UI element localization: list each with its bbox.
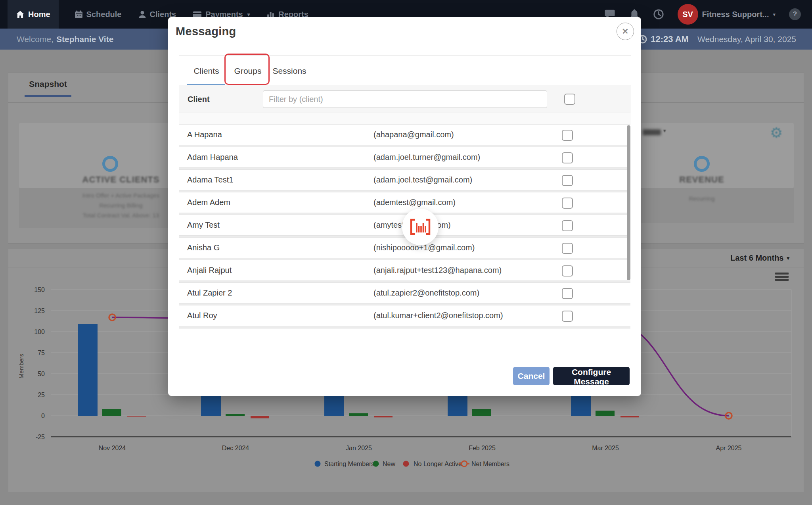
modal-title: Messaging <box>176 25 236 38</box>
chevron-down-icon: ▾ <box>247 12 250 17</box>
snapshot-tab-underline <box>25 95 71 97</box>
chevron-down-icon: ▾ <box>663 128 666 134</box>
client-checkbox[interactable] <box>562 288 573 299</box>
tab-sessions[interactable]: Sessions <box>270 56 309 86</box>
svg-text:Net Members: Net Members <box>471 461 509 467</box>
svg-text:Mar 2025: Mar 2025 <box>592 445 619 451</box>
client-row[interactable]: Atul Roy(atul.kumar+client2@onefitstop.c… <box>179 305 630 326</box>
svg-text:75: 75 <box>38 349 45 356</box>
client-email: (atul.zapier2@onefitstop.com) <box>373 283 479 303</box>
client-row[interactable]: Adem Adem(ademtest@gmail.com) <box>179 192 630 213</box>
calendar-icon <box>75 10 83 19</box>
client-filter-row: Client <box>179 85 630 113</box>
svg-text:125: 125 <box>34 307 45 314</box>
client-name: Adama Test1 <box>187 170 233 190</box>
account-name: Fitness Support... <box>702 10 769 19</box>
divider <box>168 47 641 47</box>
svg-text:New: New <box>383 461 395 467</box>
client-name: Anisha G <box>187 238 220 258</box>
chevron-down-icon: ▾ <box>787 255 789 261</box>
svg-text:Feb 2025: Feb 2025 <box>469 445 496 451</box>
clock-icon[interactable] <box>653 9 664 20</box>
tab-groups[interactable]: Groups <box>230 56 266 86</box>
brand-barcode-icon <box>409 218 431 236</box>
chevron-down-icon: ▾ <box>773 12 776 17</box>
svg-text:150: 150 <box>34 286 45 293</box>
greeting-text: Welcome, <box>17 35 54 44</box>
svg-text:Members: Members <box>18 354 25 379</box>
svg-text:25: 25 <box>38 392 45 398</box>
messaging-modal: Messaging ✕ Clients Groups Sessions Clie… <box>168 17 641 396</box>
client-email: (ahapana@gmail.com) <box>373 125 454 145</box>
revenue-title: REVENUE <box>626 175 777 185</box>
client-filter-label: Client <box>188 85 210 113</box>
client-row[interactable]: Adam Hapana(adam.joel.turner@gmail.com) <box>179 147 630 168</box>
select-all-checkbox[interactable] <box>564 94 575 105</box>
current-time: 12:23 AM <box>651 34 689 44</box>
client-filter-input[interactable] <box>263 90 547 108</box>
card-filter-dropdown[interactable] <box>643 129 661 135</box>
svg-text:50: 50 <box>38 371 45 377</box>
person-icon <box>138 10 146 19</box>
client-checkbox[interactable] <box>562 311 573 322</box>
client-name: Atul Zapier 2 <box>187 283 232 303</box>
chart-range-dropdown[interactable]: Last 6 Months ▾ <box>730 253 789 263</box>
svg-text:Jan 2025: Jan 2025 <box>346 445 372 451</box>
client-checkbox[interactable] <box>562 152 573 163</box>
client-checkbox[interactable] <box>562 198 573 209</box>
client-email: (atul.kumar+client2@onefitstop.com) <box>373 305 503 326</box>
client-name: Anjali Rajput <box>187 260 232 280</box>
gear-icon[interactable]: ⚙ <box>770 125 783 141</box>
tab-snapshot[interactable]: Snapshot <box>25 79 71 89</box>
svg-text:Apr 2025: Apr 2025 <box>716 445 742 451</box>
account-dropdown[interactable]: SV Fitness Support... ▾ <box>678 4 776 25</box>
client-name: Adam Hapana <box>187 147 238 167</box>
configure-message-button[interactable]: Configure Message <box>553 367 630 385</box>
svg-text:100: 100 <box>34 328 45 335</box>
client-checkbox[interactable] <box>562 175 573 186</box>
avatar: SV <box>678 4 698 25</box>
svg-text:-25: -25 <box>36 434 45 440</box>
client-row[interactable]: Anjali Rajput(anjali.rajput+test123@hapa… <box>179 260 630 281</box>
nav-item-label: Home <box>28 10 50 19</box>
client-name: Amy Test <box>187 215 220 235</box>
tab-clients[interactable]: Clients <box>188 56 225 86</box>
client-email: (adam.joel.test@gmail.com) <box>373 170 472 190</box>
revenue-ring-icon <box>694 156 710 172</box>
user-name: Stephanie Vite <box>56 35 113 44</box>
client-row[interactable]: Anisha G(nishipooooo+1@gmail.com) <box>179 237 630 258</box>
nav-item-schedule[interactable]: Schedule <box>74 0 123 29</box>
client-name: Atul Roy <box>187 305 217 326</box>
client-checkbox[interactable] <box>562 265 573 277</box>
client-checkbox[interactable] <box>562 243 573 254</box>
svg-text:No Longer Active: No Longer Active <box>414 461 462 467</box>
svg-text:Starting Members: Starting Members <box>324 461 374 467</box>
list-scrollbar[interactable] <box>627 125 630 280</box>
client-row[interactable]: A Hapana(ahapana@gmail.com) <box>179 124 630 145</box>
nav-item-label: Schedule <box>86 10 122 19</box>
client-checkbox[interactable] <box>562 130 573 141</box>
current-time-wrap: 12:23 AM <box>638 34 689 44</box>
svg-text:Dec 2024: Dec 2024 <box>222 445 249 451</box>
client-email: (adam.joel.turner@gmail.com) <box>373 147 480 167</box>
active-clients-ring-icon <box>102 156 118 172</box>
svg-text:0: 0 <box>41 413 45 419</box>
close-icon[interactable]: ✕ <box>617 23 634 40</box>
client-name: Adem Adem <box>187 192 230 213</box>
help-icon[interactable]: ? <box>789 8 801 20</box>
home-icon <box>16 10 25 19</box>
datetime-area: 12:23 AM Wednesday, April 30, 2025 <box>638 29 796 50</box>
welcome-message: Welcome, Stephanie Vite <box>17 29 113 50</box>
client-row[interactable]: Atul Zapier 2(atul.zapier2@onefitstop.co… <box>179 282 630 303</box>
modal-tabs: Clients Groups Sessions <box>179 56 631 86</box>
list-spacer <box>179 113 630 124</box>
chart-range-label: Last 6 Months <box>730 253 783 263</box>
stat-line: Recurring <box>626 195 777 202</box>
nav-item-home[interactable]: Home <box>8 0 59 29</box>
client-checkbox[interactable] <box>562 220 573 231</box>
cancel-button[interactable]: Cancel <box>513 367 550 385</box>
current-date: Wednesday, April 30, 2025 <box>697 35 796 44</box>
loading-spinner <box>402 209 439 245</box>
client-name: A Hapana <box>187 125 222 145</box>
client-row[interactable]: Adama Test1(adam.joel.test@gmail.com) <box>179 169 630 190</box>
